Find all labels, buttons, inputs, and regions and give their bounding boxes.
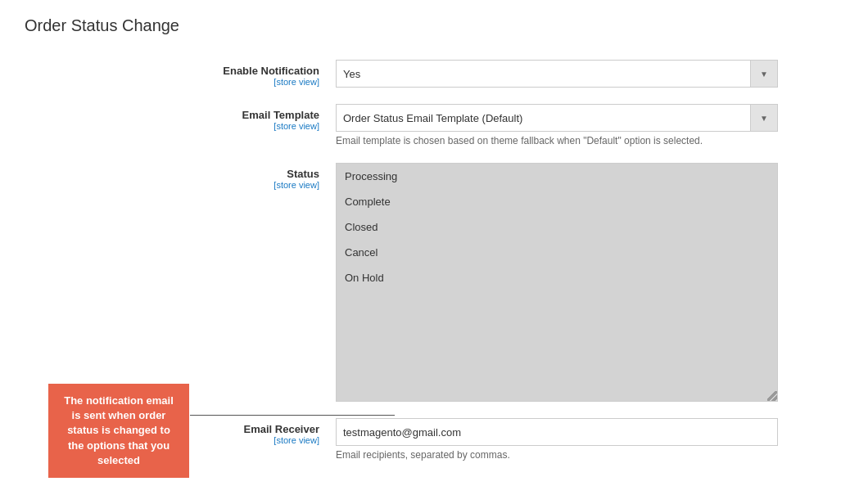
tooltip-box: The notification email is sent when orde… — [48, 384, 189, 478]
status-listbox-container: Processing Complete Closed Cancel On Hol… — [336, 163, 778, 402]
email-template-store-view: [store view] — [25, 121, 319, 131]
email-receiver-hint: Email recipients, separated by commas. — [336, 449, 778, 461]
tooltip-text: The notification email is sent when orde… — [64, 394, 174, 466]
enable-notification-store-view: [store view] — [25, 77, 319, 87]
tooltip-line — [190, 415, 395, 416]
email-template-select[interactable]: Order Status Email Template (Default) — [336, 104, 778, 132]
email-template-select-wrapper: Order Status Email Template (Default) — [336, 104, 778, 132]
status-listbox[interactable]: Processing Complete Closed Cancel On Hol… — [337, 164, 777, 401]
status-option-onhold[interactable]: On Hold — [337, 265, 777, 290]
page-title: Order Status Change — [25, 16, 816, 35]
status-label: Status — [25, 168, 319, 180]
enable-notification-select-wrapper: Yes No — [336, 60, 778, 88]
status-store-view: [store view] — [25, 180, 319, 190]
enable-notification-select[interactable]: Yes No — [336, 60, 778, 88]
enable-notification-label-col: Enable Notification [store view] — [25, 60, 336, 87]
enable-notification-row: Enable Notification [store view] Yes No — [25, 60, 816, 88]
status-label-col: Status [store view] — [25, 163, 336, 190]
form-section: Enable Notification [store view] Yes No … — [25, 60, 816, 461]
email-template-input-col: Order Status Email Template (Default) Em… — [336, 104, 778, 146]
status-row: The notification email is sent when orde… — [25, 163, 816, 402]
listbox-resize-handle[interactable] — [767, 391, 777, 401]
email-receiver-input-col: Email recipients, separated by commas. — [336, 418, 778, 461]
enable-notification-label: Enable Notification — [25, 65, 319, 77]
status-listbox-wrapper: Processing Complete Closed Cancel On Hol… — [336, 163, 778, 402]
status-option-cancel[interactable]: Cancel — [337, 240, 777, 265]
email-template-row: Email Template [store view] Order Status… — [25, 104, 816, 146]
status-option-processing[interactable]: Processing — [337, 164, 777, 189]
email-receiver-input[interactable] — [336, 418, 778, 446]
status-option-complete[interactable]: Complete — [337, 189, 777, 214]
email-template-label-col: Email Template [store view] — [25, 104, 336, 131]
status-option-closed[interactable]: Closed — [337, 214, 777, 240]
email-template-label: Email Template — [25, 109, 319, 121]
email-template-hint: Email template is chosen based on theme … — [336, 135, 778, 146]
status-input-col: Processing Complete Closed Cancel On Hol… — [336, 163, 778, 402]
enable-notification-input-col: Yes No — [336, 60, 778, 88]
